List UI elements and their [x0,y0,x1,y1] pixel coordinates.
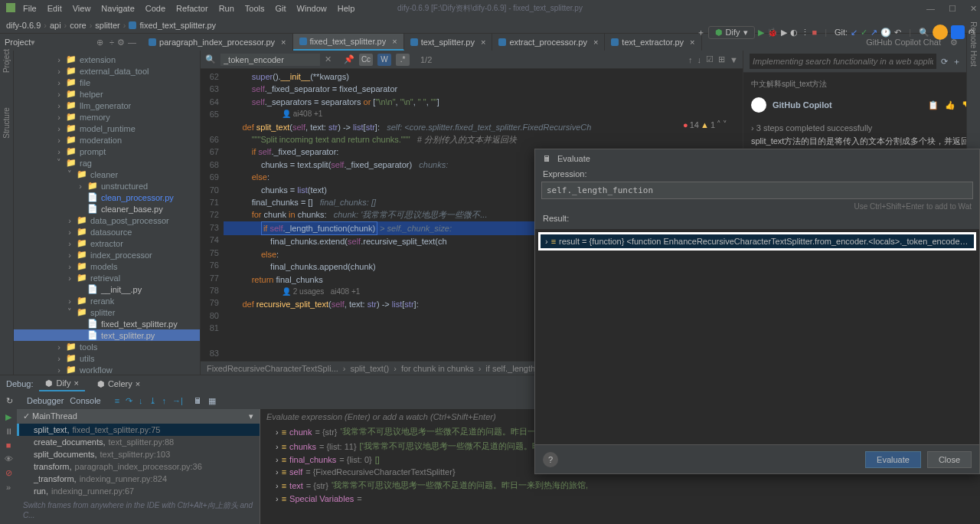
git-rollback-icon[interactable]: ↶ [894,28,901,38]
menu-edit[interactable]: Edit [47,4,62,13]
menu-git[interactable]: Git [276,4,286,13]
project-tool-button[interactable]: Project [0,38,31,47]
stop-icon[interactable]: ■ [812,28,818,37]
view-breakpoints-icon[interactable]: 👁 [5,454,13,463]
tree-item[interactable]: ›📁external_data_tool [14,65,200,77]
menu-file[interactable]: File [23,4,37,13]
menu-run[interactable]: Run [219,4,234,13]
close-icon[interactable]: × [281,38,286,47]
structure-stripe-button[interactable]: Structure [2,107,11,139]
tree-item[interactable]: ›📁workflow [14,364,200,375]
pause-icon[interactable]: ⏸ [5,427,13,436]
step-into-my-icon[interactable]: ↓ [139,396,143,405]
debug-tab-celery[interactable]: ⬢ Celery × [91,378,146,391]
add-config-icon[interactable]: ＋ [697,27,705,38]
breadcrumb-item[interactable]: dify-0.6.9 [6,21,41,30]
debug-tab-dify[interactable]: ⬢ Dify × [39,377,84,391]
editor-tab[interactable]: paragraph_index_processor.py× [142,34,292,51]
variable-row[interactable]: › ≡ text = {str} '我常常不可思议地思考一些微不足道的问题。昨日… [260,478,980,493]
select-all-icon[interactable]: ☑ [706,54,714,64]
clear-icon[interactable]: ✕ [325,54,332,64]
remote-host-stripe[interactable]: Remote Host [969,21,978,66]
tree-item[interactable]: 📄text_splitter.py [14,329,200,341]
tree-item[interactable]: ›📁models [14,260,200,272]
resume-icon[interactable]: ▶ [5,412,11,422]
project-tree[interactable]: ›📁extension›📁external_data_tool›📁file›📁h… [14,51,201,375]
step-into-icon[interactable]: ↷ [126,396,132,406]
breadcrumb-item[interactable]: fixed_text_splitter.py [139,21,216,30]
tree-item[interactable]: ›📁retrieval [14,272,200,283]
avatar[interactable] [933,25,948,40]
find-input[interactable] [220,54,320,66]
menu-window[interactable]: Window [297,4,327,13]
attach-icon[interactable]: ⋮ [801,28,809,38]
run-to-cursor-icon[interactable]: →| [172,396,183,405]
thread-selector[interactable]: ✓ MainThread [23,411,77,421]
settings-icon[interactable]: ⚙ [117,38,125,47]
help-icon[interactable]: ? [543,452,558,467]
settings-icon[interactable]: » [6,483,11,492]
tree-item[interactable]: ›📁data_post_processor [14,215,200,226]
tree-item[interactable]: ˅📁splitter [14,306,200,318]
prev-match-icon[interactable]: ↑ [688,55,693,64]
menu-refactor[interactable]: Refactor [176,4,208,13]
mute-breakpoints-icon[interactable]: ⊘ [5,468,12,478]
menu-help[interactable]: Help [338,4,355,13]
profile-icon[interactable]: ◐ [790,28,798,38]
collapse-icon[interactable]: ÷ [109,38,114,47]
tree-item[interactable]: ›📁tools [14,341,200,352]
frame-item[interactable]: run, indexing_runner.py:67 [17,485,260,497]
close-button[interactable]: Close [927,451,972,468]
breadcrumb-item[interactable]: api [50,21,61,30]
copilot-badge-icon[interactable] [951,25,965,39]
copy-icon[interactable]: 📋 [928,100,939,110]
close-icon[interactable]: × [690,38,694,47]
filter-icon[interactable]: ▼ [730,55,738,64]
evaluate-button[interactable]: Evaluate [865,451,921,468]
maximize-icon[interactable]: ☐ [949,4,956,14]
stop-icon[interactable]: ■ [6,440,11,450]
git-push-icon[interactable]: ↗ [871,28,877,38]
menu-tools[interactable]: Tools [245,4,265,13]
tree-item[interactable]: 📄__init__.py [14,283,200,295]
add-selection-icon[interactable]: ⊞ [718,54,725,64]
next-match-icon[interactable]: ↓ [697,55,702,64]
breadcrumb-item[interactable]: core [70,21,86,30]
menu-view[interactable]: View [73,4,91,13]
tree-item[interactable]: ›📁helper [14,88,200,100]
run-config-selector[interactable]: ⬢ Dify ▾ [708,26,755,39]
menu-code[interactable]: Code [145,4,165,13]
menu-navigate[interactable]: Navigate [101,4,134,13]
words-toggle[interactable]: W [377,54,391,66]
tab-console[interactable]: Console [70,396,100,405]
tree-item[interactable]: ›📁moderation [14,134,200,146]
git-commit-icon[interactable]: ✓ [861,28,867,38]
tree-item[interactable]: ›📁extension [14,54,200,65]
hide-icon[interactable]: — [128,38,136,47]
editor-tab[interactable]: text_splitter.py× [404,34,493,51]
git-history-icon[interactable]: 🕐 [880,28,891,38]
tree-item[interactable]: ›📁datasource [14,226,200,237]
coverage-icon[interactable]: ▶ [781,28,787,38]
tree-item[interactable]: ˅📁rag [14,157,200,169]
frame-item[interactable]: create_documents, text_splitter.py:88 [17,436,260,448]
trace-icon[interactable]: ▦ [208,396,216,406]
close-icon[interactable]: × [392,37,397,46]
tree-item[interactable]: ˅📁cleaner [14,169,200,180]
frame-item[interactable]: _transform, indexing_runner.py:824 [17,473,260,485]
copilot-steps[interactable]: › 3 steps completed successfully [751,120,972,136]
refresh-icon[interactable]: ⟳ [941,57,948,67]
search-icon[interactable]: 🔍 [919,28,929,38]
frame-item[interactable]: transform, paragraph_index_processor.py:… [17,460,260,473]
close-icon[interactable]: × [593,38,598,47]
tree-item[interactable]: 📄cleaner_base.py [14,203,200,215]
evaluate-icon[interactable]: 🖩 [194,396,202,405]
copilot-search[interactable] [750,54,936,69]
add-icon[interactable]: ＋ [952,56,961,67]
tree-item[interactable]: ›📁prompt [14,146,200,157]
tree-item[interactable]: 📄fixed_text_splitter.py [14,318,200,329]
frame-item[interactable]: split_documents, text_splitter.py:103 [17,448,260,460]
expression-input[interactable]: self._length_function [541,182,973,199]
git-update-icon[interactable]: ↙ [851,28,858,38]
thumbs-up-icon[interactable]: 👍 [945,100,956,110]
